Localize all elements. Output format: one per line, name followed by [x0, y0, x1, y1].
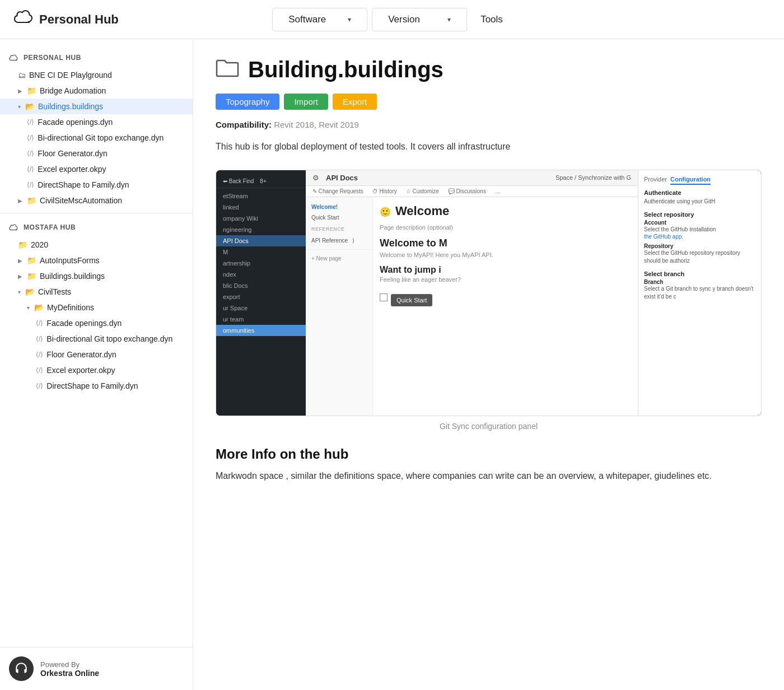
folder-icon: 🗂 — [18, 71, 26, 80]
ss-left-item: ⬅ Back Find 8+ — [216, 175, 306, 188]
chevron-right-icon: ▶ — [18, 88, 22, 94]
folder-icon: 📁 — [27, 196, 36, 205]
personal-hub-label: PERSONAL HUB — [24, 54, 81, 62]
ss-tab-history: ⏱ History — [372, 188, 397, 194]
software-label: Software — [288, 14, 326, 25]
version-dropdown[interactable]: Version ▾ — [372, 8, 467, 31]
sidebar-item-label: Facade openings.dyn — [46, 319, 122, 328]
compatibility-value: Revit 2018, Revit 2019 — [274, 120, 359, 129]
ss-right-branch-label: Branch — [644, 279, 755, 285]
ss-right-tab-provider: Provider — [644, 176, 667, 185]
sidebar-item-bidir-m[interactable]: ⟨/⟩ Bi-directional Git topo exchange.dyn — [0, 331, 193, 347]
logo-area[interactable]: Personal Hub — [13, 8, 119, 31]
chevron-down-icon: ▾ — [447, 16, 451, 24]
file-code-icon: ⟨/⟩ — [36, 351, 43, 358]
sidebar-item-label: Bi-directional Git topo exchange.dyn — [38, 133, 164, 142]
ss-nav-reference-label: REFERENCE — [306, 223, 372, 235]
top-nav: Personal Hub Software ▾ Version ▾ Tools — [0, 0, 784, 39]
sidebar-item-label: Buildings.buildings — [38, 102, 103, 111]
sidebar-item-bne[interactable]: 🗂 BNE CI DE Playlground — [0, 67, 193, 83]
ss-left-item: ompany Wiki — [216, 213, 306, 224]
sidebar-item-buildings-m[interactable]: ▶ 📁 Buildings.buildings — [0, 268, 193, 284]
compatibility-area: Compatibility: Revit 2018, Revit 2019 — [216, 120, 762, 129]
description-text: This hub is for global deployment of tes… — [216, 139, 762, 154]
ss-right-branch-title: Select branch — [644, 271, 755, 277]
sidebar-item-label: Buildings.buildings — [40, 272, 105, 281]
sidebar-item-label: Bi-directional Git topo exchange.dyn — [46, 334, 172, 343]
sidebar-item-directshape[interactable]: ⟨/⟩ DirectShape to Family.dyn — [0, 177, 193, 193]
tag-topography[interactable]: Topography — [216, 94, 279, 110]
ss-sidebar: ⬅ Back Find 8+ etStream linked ompany Wi… — [216, 170, 306, 416]
software-dropdown[interactable]: Software ▾ — [272, 8, 367, 31]
sidebar-item-civilsite[interactable]: ▶ 📁 CivilSiteMscAutomation — [0, 193, 193, 208]
chevron-right-icon: ▶ — [18, 198, 22, 204]
page-title-area: Building.buildings — [216, 57, 762, 82]
sidebar-item-label: Excel exporter.okpy — [46, 366, 115, 375]
avatar — [9, 656, 34, 681]
ss-right-branch-body: Select a Git branch to sync y branch doe… — [644, 285, 755, 301]
ss-tab-more: … — [495, 188, 501, 194]
ss-right-branch: Branch Select a Git branch to sync y bra… — [644, 279, 755, 301]
sidebar-item-excel[interactable]: ⟨/⟩ Excel exporter.okpy — [0, 161, 193, 177]
file-code-icon: ⟨/⟩ — [27, 165, 34, 173]
folder-open-icon: 📂 — [34, 303, 44, 312]
more-info-text: Markwodn space , similar the definitions… — [216, 469, 762, 483]
tags-area: Topography Import Export — [216, 94, 762, 110]
sidebar-item-label: Floor Generator.dyn — [38, 149, 108, 158]
ss-tab-customize: ☆ Customize — [406, 188, 439, 194]
building-folder-icon — [216, 57, 239, 82]
ss-left-item: etStream — [216, 190, 306, 202]
ss-left-item-sync: ommunities — [216, 325, 306, 336]
sidebar-item-2020[interactable]: 📁 2020 — [0, 237, 193, 253]
sidebar: PERSONAL HUB 🗂 BNE CI DE Playlground ▶ 📁… — [0, 39, 193, 690]
ss-tab-discussions: 💬 Discussions — [448, 188, 486, 194]
cloud-small-icon — [9, 222, 19, 232]
sidebar-item-auto-inputs[interactable]: ▶ 📁 AutoInputsForms — [0, 253, 193, 268]
sidebar-item-label: Facade openings.dyn — [38, 118, 113, 127]
sidebar-item-bidir[interactable]: ⟨/⟩ Bi-directional Git topo exchange.dyn — [0, 130, 193, 146]
chevron-right-icon: ▶ — [18, 258, 22, 264]
ss-jump-sub: Feeling like an eager beaver? — [380, 276, 631, 283]
ss-quickstart-row: Quick Start — [380, 288, 631, 306]
compatibility-label: Compatibility: — [216, 120, 272, 129]
sidebar-footer: Powered By Orkestra Online — [0, 647, 193, 690]
chevron-down-icon: ▾ — [18, 289, 21, 295]
ss-right-section-repo: Select repository Account Select the Git… — [644, 211, 755, 265]
ss-right-github-link[interactable]: the GitHub app. — [644, 234, 755, 240]
screenshot-caption: Git Sync configuration panel — [216, 422, 762, 431]
file-code-icon: ⟨/⟩ — [36, 335, 43, 343]
ss-nav-new-page: + New page — [306, 253, 372, 264]
sidebar-item-civil-tests[interactable]: ▾ 📂 CivilTests — [0, 284, 193, 300]
sidebar-item-excel-m[interactable]: ⟨/⟩ Excel exporter.okpy — [0, 362, 193, 378]
sidebar-item-bridge[interactable]: ▶ 📁 Bridge Audomation — [0, 83, 193, 99]
company-name: Orkestra Online — [40, 669, 99, 678]
ss-right-account-label: Account — [644, 220, 755, 226]
footer-text: Powered By Orkestra Online — [40, 660, 99, 678]
sidebar-item-floor[interactable]: ⟨/⟩ Floor Generator.dyn — [0, 146, 193, 161]
sidebar-item-directshape-m[interactable]: ⟨/⟩ DirectShape to Family.dyn — [0, 378, 193, 394]
ss-jump-text: Want to jump i — [380, 265, 631, 275]
ss-welcome-to: Welcome to M — [380, 237, 631, 249]
personal-hub-section: PERSONAL HUB — [0, 48, 193, 67]
sidebar-item-my-def[interactable]: ▾ 📂 MyDefinitions — [0, 300, 193, 315]
sidebar-item-label: MyDefinitions — [47, 303, 94, 312]
chevron-down-icon: ▾ — [348, 16, 351, 24]
sidebar-item-label: AutoInputsForms — [40, 256, 100, 265]
ss-right-panel: Provider Configuration Authenticate Auth… — [638, 170, 761, 416]
folder-icon: 📁 — [27, 256, 36, 265]
ss-space-label: Space / Synchronize with G — [556, 174, 631, 181]
tag-export[interactable]: Export — [333, 94, 377, 110]
sidebar-item-facade[interactable]: ⟨/⟩ Facade openings.dyn — [0, 114, 193, 130]
sidebar-item-facade-m[interactable]: ⟨/⟩ Facade openings.dyn — [0, 315, 193, 331]
file-code-icon: ⟨/⟩ — [27, 181, 34, 189]
sidebar-item-buildings[interactable]: ▾ 📂 Buildings.buildings — [0, 99, 193, 114]
folder-open-icon: 📂 — [25, 102, 35, 111]
layout: PERSONAL HUB 🗂 BNE CI DE Playlground ▶ 📁… — [0, 39, 784, 690]
tag-import[interactable]: Import — [284, 94, 328, 110]
logo-text: Personal Hub — [39, 12, 119, 27]
ss-left-item: blic Docs — [216, 280, 306, 291]
sidebar-item-floor-m[interactable]: ⟨/⟩ Floor Generator.dyn — [0, 347, 193, 362]
file-code-icon: ⟨/⟩ — [36, 382, 43, 390]
tools-button[interactable]: Tools — [469, 8, 514, 31]
chevron-right-icon: ▶ — [18, 273, 22, 279]
